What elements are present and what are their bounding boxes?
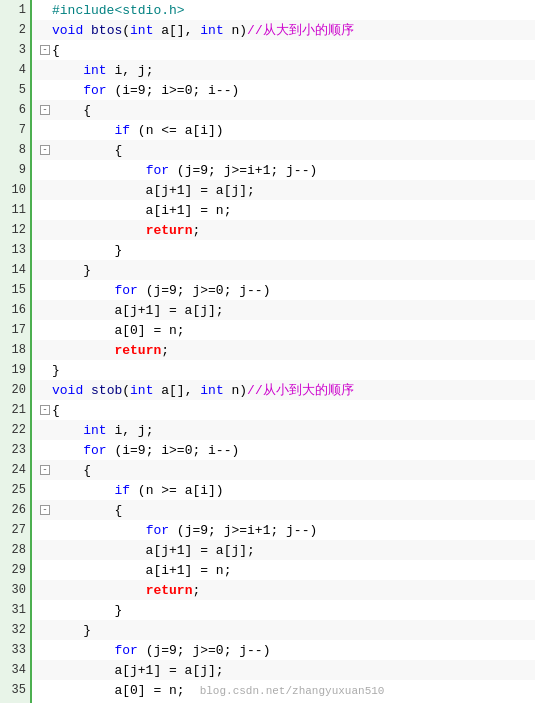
code-content: {: [52, 103, 535, 118]
line-number: 30: [0, 580, 30, 600]
code-line: }: [32, 620, 535, 640]
code-line: #include<stdio.h>: [32, 0, 535, 20]
code-content: return;: [52, 583, 535, 598]
line-number: 35: [0, 680, 30, 700]
line-number: 1: [0, 0, 30, 20]
code-content: a[j+1] = a[j];: [52, 543, 535, 558]
code-content: a[0] = n;: [52, 323, 535, 338]
code-content: for (i=9; i>=0; i--): [52, 83, 535, 98]
code-content: a[i+1] = n;: [52, 203, 535, 218]
code-content: void stob(int a[], int n)//从小到大的顺序: [52, 381, 535, 399]
code-line: int i, j;: [32, 60, 535, 80]
fold-box[interactable]: -: [40, 405, 50, 415]
code-content: for (i=9; i>=0; i--): [52, 443, 535, 458]
code-content: a[i+1] = n;: [52, 563, 535, 578]
line-number: 34: [0, 660, 30, 680]
code-content: return;: [52, 343, 535, 358]
line-number: 5: [0, 80, 30, 100]
code-content: int i, j;: [52, 63, 535, 78]
code-line: }: [32, 600, 535, 620]
line-number: 7: [0, 120, 30, 140]
line-number: 21: [0, 400, 30, 420]
code-line: a[j+1] = a[j];: [32, 540, 535, 560]
fold-box[interactable]: -: [40, 505, 50, 515]
code-area: #include<stdio.h>void btos(int a[], int …: [32, 0, 535, 703]
code-content: #include<stdio.h>: [52, 3, 535, 18]
code-content: }: [52, 243, 535, 258]
code-line: - {: [32, 100, 535, 120]
line-numbers: 1234567891011121314151617181920212223242…: [0, 0, 32, 703]
code-line: }: [32, 240, 535, 260]
code-content: {: [52, 43, 535, 58]
fold-box[interactable]: -: [40, 145, 50, 155]
line-number: 15: [0, 280, 30, 300]
line-number: 20: [0, 380, 30, 400]
code-line: int i, j;: [32, 420, 535, 440]
code-line: -{: [32, 400, 535, 420]
code-content: }: [52, 623, 535, 638]
code-line: void btos(int a[], int n)//从大到小的顺序: [32, 20, 535, 40]
code-line: a[0] = n;blog.csdn.net/zhangyuxuan510: [32, 680, 535, 700]
line-number: 4: [0, 60, 30, 80]
code-line: for (j=9; j>=0; j--): [32, 280, 535, 300]
line-number: 26: [0, 500, 30, 520]
code-content: for (j=9; j>=0; j--): [52, 643, 535, 658]
code-content: {: [52, 143, 535, 158]
code-line: return;: [32, 340, 535, 360]
line-number: 27: [0, 520, 30, 540]
line-number: 17: [0, 320, 30, 340]
line-number: 25: [0, 480, 30, 500]
code-line: a[i+1] = n;: [32, 200, 535, 220]
code-line: a[j+1] = a[j];: [32, 300, 535, 320]
code-line: for (j=9; j>=i+1; j--): [32, 520, 535, 540]
code-content: {: [52, 403, 535, 418]
line-number: 16: [0, 300, 30, 320]
line-number: 23: [0, 440, 30, 460]
fold-col: -: [38, 405, 52, 415]
code-line: a[j+1] = a[j];: [32, 660, 535, 680]
code-content: for (j=9; j>=i+1; j--): [52, 163, 535, 178]
line-number: 10: [0, 180, 30, 200]
code-content: }: [52, 363, 535, 378]
line-number: 9: [0, 160, 30, 180]
code-line: if (n >= a[i]): [32, 480, 535, 500]
code-content: a[j+1] = a[j];: [52, 663, 535, 678]
code-content: a[0] = n;blog.csdn.net/zhangyuxuan510: [52, 683, 535, 698]
code-line: - {: [32, 140, 535, 160]
fold-box[interactable]: -: [40, 45, 50, 55]
line-number: 33: [0, 640, 30, 660]
line-number: 6: [0, 100, 30, 120]
line-number: 13: [0, 240, 30, 260]
code-content: if (n >= a[i]): [52, 483, 535, 498]
line-number: 24: [0, 460, 30, 480]
code-content: }: [52, 263, 535, 278]
code-line: if (n <= a[i]): [32, 120, 535, 140]
line-number: 32: [0, 620, 30, 640]
code-line: -{: [32, 40, 535, 60]
code-line: void stob(int a[], int n)//从小到大的顺序: [32, 380, 535, 400]
code-content: {: [52, 463, 535, 478]
fold-box[interactable]: -: [40, 105, 50, 115]
fold-col: -: [38, 145, 52, 155]
code-line: for (j=9; j>=0; j--): [32, 640, 535, 660]
code-content: a[j+1] = a[j];: [52, 183, 535, 198]
line-number: 19: [0, 360, 30, 380]
line-number: 3: [0, 40, 30, 60]
code-line: }: [32, 360, 535, 380]
line-number: 8: [0, 140, 30, 160]
code-line: }: [32, 260, 535, 280]
code-content: }: [52, 603, 535, 618]
code-line: for (j=9; j>=i+1; j--): [32, 160, 535, 180]
line-number: 12: [0, 220, 30, 240]
fold-col: -: [38, 465, 52, 475]
line-number: 14: [0, 260, 30, 280]
line-number: 28: [0, 540, 30, 560]
code-container: 1234567891011121314151617181920212223242…: [0, 0, 535, 703]
code-content: if (n <= a[i]): [52, 123, 535, 138]
code-line: - {: [32, 500, 535, 520]
code-line: a[0] = n;: [32, 320, 535, 340]
fold-box[interactable]: -: [40, 465, 50, 475]
code-line: return;: [32, 580, 535, 600]
line-number: 22: [0, 420, 30, 440]
code-line: for (i=9; i>=0; i--): [32, 440, 535, 460]
